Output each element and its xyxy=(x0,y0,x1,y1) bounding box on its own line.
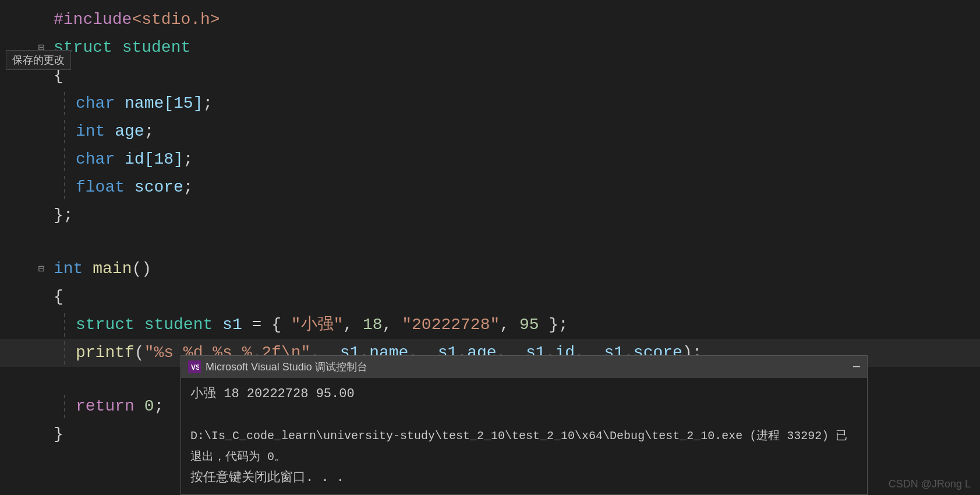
code-editor: #include<stdio.h> ⊟ struct student 保存的更改… xyxy=(0,0,980,495)
kw-return: return xyxy=(76,394,135,419)
fold-main-icon[interactable]: ⊟ xyxy=(35,256,48,282)
comma1: , xyxy=(343,312,353,338)
line-close-brace-struct: }; xyxy=(0,201,980,229)
vs-logo-icon: VS xyxy=(188,360,201,373)
code-content-struct: struct student xyxy=(48,35,980,61)
kw-struct-s1: struct xyxy=(76,312,135,338)
debug-output-line-prompt: 按任意键关闭此窗口. . . xyxy=(190,468,858,489)
code-content-float-score: float score; xyxy=(48,175,980,200)
line-int-main: ⊟ int main() xyxy=(0,255,980,283)
debug-console-title-text: Microsoft Visual Studio 调试控制台 xyxy=(206,360,367,374)
line-float-score: float score; xyxy=(0,174,980,201)
kw-char-name: char xyxy=(76,91,115,116)
code-content-char-name: char name[15]; xyxy=(48,91,980,116)
init-brace-open: { xyxy=(271,312,281,338)
func-printf: printf xyxy=(76,340,135,366)
semicolon-score: ; xyxy=(183,175,193,200)
minimize-button[interactable]: — xyxy=(853,361,860,373)
line-include: #include<stdio.h> xyxy=(0,6,980,34)
str-id-val: "20222728" xyxy=(402,312,500,338)
svg-text:VS: VS xyxy=(191,363,199,372)
code-content-struct-s1: struct student s1 = { "小强", 18, "2022272… xyxy=(48,312,980,338)
printf-paren-open: ( xyxy=(135,340,144,366)
line-open-brace-struct: { xyxy=(0,62,980,90)
code-content-open-brace: { xyxy=(48,63,980,89)
debug-console-window: VS Microsoft Visual Studio 调试控制台 — 小强 18… xyxy=(181,355,868,495)
num-score-val: 95 xyxy=(519,312,539,338)
semicolon-age: ; xyxy=(144,119,154,144)
kw-int-age: int xyxy=(76,119,105,144)
var-age: age xyxy=(115,119,144,144)
csdn-watermark: CSDN @JRong L xyxy=(889,478,971,490)
code-content-close-brace-struct: }; xyxy=(48,203,980,228)
init-brace-close: }; xyxy=(549,312,568,338)
str-name-val: "小强" xyxy=(291,312,344,338)
brace-close-main: } xyxy=(54,422,63,447)
line-char-id: char id[18]; xyxy=(0,146,980,174)
line-open-brace-main: { xyxy=(0,283,980,311)
var-id-array: id[18] xyxy=(125,147,183,172)
kw-int-main: int xyxy=(54,256,83,282)
semicolon-name: ; xyxy=(203,91,213,116)
comma3: , xyxy=(500,312,510,338)
debug-output-line-1: 小强 18 20222728 95.00 xyxy=(190,384,858,405)
kw-char-id: char xyxy=(76,147,115,172)
kw-float: float xyxy=(76,175,125,200)
struct-name: student xyxy=(122,35,191,61)
debug-console-body: 小强 18 20222728 95.00 D:\Is_C_code_learn\… xyxy=(181,378,867,494)
debug-console-title-group: VS Microsoft Visual Studio 调试控制台 xyxy=(188,360,367,374)
struct-type-s1: student xyxy=(144,312,213,338)
var-name-array: name[15] xyxy=(125,91,203,116)
assign-op: = xyxy=(252,312,262,338)
code-content-int-age: int age; xyxy=(48,119,980,144)
debug-output-line-path: D:\Is_C_code_learn\university-study\test… xyxy=(190,426,858,468)
code-content-char-id: char id[18]; xyxy=(48,147,980,172)
empty-line-1 xyxy=(0,229,980,255)
code-content-open-brace-main: { xyxy=(48,284,980,310)
line-char-name: char name[15]; xyxy=(0,90,980,118)
code-content-int-main: int main() xyxy=(48,256,980,282)
debug-output-line-empty xyxy=(190,405,858,426)
line-int-age: int age; xyxy=(0,118,980,146)
code-content-include: #include<stdio.h> xyxy=(48,7,980,33)
var-s1: s1 xyxy=(222,312,242,338)
header-file: <stdio.h> xyxy=(132,7,220,33)
comma2: , xyxy=(383,312,392,338)
debug-console-titlebar: VS Microsoft Visual Studio 调试控制台 — xyxy=(181,356,867,378)
preprocessor-hash: #include xyxy=(54,7,132,33)
func-main: main xyxy=(93,256,132,282)
brace-open-main: { xyxy=(54,284,63,310)
var-score: score xyxy=(135,175,183,200)
num-age-val: 18 xyxy=(363,312,383,338)
brace-close-struct: }; xyxy=(54,203,73,228)
line-struct-s1: struct student s1 = { "小强", 18, "2022272… xyxy=(0,311,980,339)
return-val: 0 xyxy=(144,394,154,419)
main-parens: () xyxy=(132,256,151,282)
line-struct-decl: ⊟ struct student xyxy=(0,34,980,62)
semicolon-id: ; xyxy=(183,147,193,172)
tooltip-saved-changes: 保存的更改 xyxy=(6,50,71,70)
return-semicolon: ; xyxy=(154,394,164,419)
